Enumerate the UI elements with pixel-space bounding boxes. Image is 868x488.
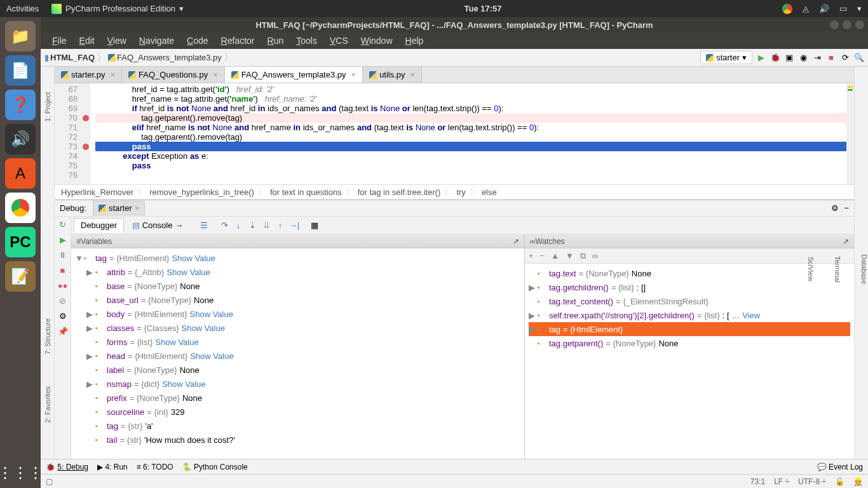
close-tab-icon[interactable]: × (110, 70, 115, 79)
breakpoint-icon[interactable] (83, 144, 89, 150)
step-over-icon[interactable]: ↷ (218, 219, 231, 232)
rerun-button[interactable]: ↻ (58, 219, 68, 229)
search-everywhere-button[interactable]: 🔍 (854, 53, 864, 63)
structure-tool-button[interactable]: 7: Structure (44, 318, 51, 355)
chrome-icon[interactable] (5, 193, 36, 223)
context-crumb[interactable]: Hyperlink_Remover (61, 187, 133, 197)
help-icon[interactable]: ❓ (5, 90, 36, 120)
variable-row[interactable]: ▶▪ classes = {Classes} Show Value (75, 321, 520, 335)
chrome-indicator-icon[interactable] (782, 4, 792, 14)
variable-row[interactable]: ▶▪ self.tree.xpath('//strong')[2].getchi… (529, 308, 850, 322)
files-icon[interactable]: 📁 (5, 21, 36, 51)
rhythmbox-icon[interactable]: 🔊 (5, 124, 36, 154)
variable-row[interactable]: ▪ tag.text_content() = {_ElementStringRe… (529, 294, 850, 308)
view-breakpoints-button[interactable]: ●● (58, 280, 68, 290)
show-value-link[interactable]: Show Value (190, 309, 233, 319)
variable-row[interactable]: ▪ tail = {str} 'How much does it cost?' (75, 433, 520, 447)
minimize-panel-icon[interactable]: − (844, 203, 849, 213)
libreoffice-icon[interactable]: 📄 (5, 55, 36, 86)
menu-file[interactable]: File (47, 34, 72, 47)
step-out-icon[interactable]: ↑ (274, 219, 287, 232)
menu-run[interactable]: Run (262, 34, 289, 47)
pin-button[interactable]: 📌 (58, 326, 68, 336)
show-value-link[interactable]: Show Value (172, 254, 215, 263)
editor-tab[interactable]: FAQ_Answers_template3.py× (225, 67, 363, 83)
settings-icon[interactable]: ⚙ (831, 203, 839, 213)
run-config-selector[interactable]: starter ▾ (700, 51, 752, 64)
database-tool-button[interactable]: Database (860, 254, 868, 284)
line-separator[interactable]: LF ÷ (774, 477, 789, 486)
error-stripe[interactable] (846, 83, 854, 184)
context-crumb[interactable]: for text in questions (270, 187, 342, 197)
menu-view[interactable]: View (102, 34, 132, 47)
minimize-button[interactable] (830, 20, 839, 29)
text-editor-icon[interactable]: 📝 (5, 261, 36, 292)
volume-icon[interactable]: 🔊 (819, 4, 829, 13)
close-tab-icon[interactable]: × (351, 70, 356, 79)
context-crumb[interactable]: for tag in self.tree.iter() (358, 187, 441, 197)
pycharm-launcher-icon[interactable]: PC (5, 227, 36, 257)
variables-tree[interactable]: ▼▪ tag = {HtmlElement} Show Value▶▪ attr… (71, 248, 524, 459)
close-tab-icon[interactable]: × (410, 70, 416, 79)
variable-row[interactable]: ▶▪ nsmap = {dict} Show Value (75, 377, 520, 391)
terminal-tool-button[interactable]: Terminal (834, 256, 841, 283)
add-watch-icon[interactable]: + (529, 251, 534, 261)
show-value-link[interactable]: Show Value (155, 337, 198, 347)
context-breadcrumb[interactable]: Hyperlink_Remover〉remove_hyperlinks_in_t… (55, 184, 854, 200)
breakpoint-icon[interactable] (83, 115, 89, 121)
variable-row[interactable]: ▪ base = {NoneType} None (75, 279, 520, 293)
software-icon[interactable]: A (5, 158, 36, 189)
menu-tools[interactable]: Tools (291, 34, 322, 47)
system-menu-icon[interactable]: ▾ (857, 4, 862, 13)
debug-session-tab[interactable]: starter × (93, 201, 145, 215)
code-editor[interactable]: 67686970717273747576 href_id = tag.attri… (55, 83, 854, 184)
close-tab-icon[interactable]: × (213, 70, 218, 79)
sciview-tool-button[interactable]: SciView (807, 257, 815, 281)
remove-watch-icon[interactable]: − (540, 251, 545, 261)
coverage-button[interactable]: ▣ (784, 53, 794, 63)
profile-button[interactable]: ◉ (798, 53, 808, 63)
variable-row[interactable]: ▪ tag.text = {NoneType} None (529, 266, 850, 280)
step-into-my-icon[interactable]: ⇣ (246, 219, 259, 232)
variable-row[interactable]: ▪ tag.getparent() = {NoneType} None (529, 336, 850, 350)
clock[interactable]: Tue 17:57 (184, 4, 782, 13)
favorites-tool-button[interactable]: 2: Favorites (44, 386, 51, 423)
attach-button[interactable]: ⇥ (812, 53, 822, 63)
expand-icon[interactable]: ↗ (843, 237, 849, 246)
wifi-icon[interactable]: ◬ (803, 4, 809, 13)
menu-refactor[interactable]: Refactor (216, 34, 260, 47)
todo-tool-button[interactable]: ≡ 6: TODO (137, 463, 173, 471)
app-menu[interactable]: PyCharm Professional Edition ▾ (51, 4, 184, 14)
copy-icon[interactable]: ⧉ (580, 251, 586, 261)
close-button[interactable] (855, 20, 864, 29)
mute-breakpoints-button[interactable]: ⊘ (58, 295, 68, 306)
variable-row[interactable]: ▶▪ tag.getchildren() = {list} : [] (529, 280, 850, 294)
variable-row[interactable]: ▪ label = {NoneType} None (75, 363, 520, 377)
variable-row[interactable]: ▪ base_url = {NoneType} None (75, 293, 520, 307)
run-tool-button[interactable]: ▶ 4: Run (97, 463, 128, 471)
glasses-icon[interactable]: ∞ (592, 251, 598, 261)
editor-tab[interactable]: FAQ_Questions.py× (122, 67, 225, 83)
pause-button[interactable]: ⏸ (58, 250, 68, 260)
show-value-link[interactable]: Show Value (181, 323, 224, 333)
update-button[interactable]: ⟳ (840, 53, 850, 63)
python-console-button[interactable]: 🐍 Python Console (182, 463, 248, 471)
show-value-link[interactable]: Show Value (166, 268, 210, 277)
menu-help[interactable]: Help (400, 34, 429, 47)
step-into-icon[interactable]: ↓ (232, 219, 245, 232)
variable-row[interactable]: ▪ sourceline = {int} 329 (75, 405, 520, 419)
show-value-link[interactable]: … View (732, 311, 761, 320)
breadcrumb[interactable]: ▮ HTML_FAQ 〉 FAQ_Answers_template3.py 〉 (44, 52, 234, 64)
evaluate-icon[interactable]: ▦ (308, 219, 321, 232)
maximize-button[interactable] (843, 20, 851, 29)
project-tool-button[interactable]: 1: Project (44, 92, 51, 121)
variable-row[interactable]: ▪ forms = {list} Show Value (75, 335, 520, 349)
move-up-icon[interactable]: ▲ (551, 251, 559, 261)
readonly-icon[interactable]: 🔓 (835, 477, 844, 486)
variable-row[interactable]: ▪ prefix = {NoneType} None (75, 391, 520, 405)
variable-row[interactable]: ▶▪ attrib = {_Attrib} Show Value (75, 265, 520, 279)
resume-button[interactable]: ▶ (58, 234, 68, 245)
encoding[interactable]: UTF-8 ÷ (798, 477, 826, 486)
menu-navigate[interactable]: Navigate (134, 34, 179, 47)
status-icon[interactable]: ▢ (46, 477, 53, 486)
